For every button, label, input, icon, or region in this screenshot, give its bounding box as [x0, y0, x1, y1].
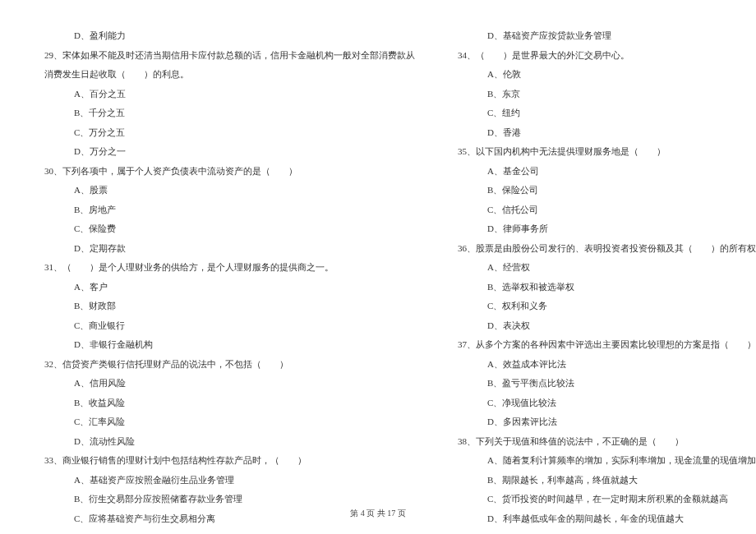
q37-option-a: A、效益成本评比法: [448, 355, 756, 375]
q33-option-d: D、基础资产应按贷款业务管理: [448, 26, 756, 46]
q28-option-d: D、盈利能力: [35, 26, 415, 46]
q37-option-c: C、净现值比较法: [448, 394, 756, 413]
q37-option-b: B、盈亏平衡点比较法: [448, 374, 756, 394]
q37-option-d: D、多因素评比法: [448, 412, 756, 432]
q34-stem: 34、（ ）是世界最大的外汇交易中心。: [448, 46, 756, 66]
q29-option-b: B、千分之五: [35, 104, 415, 123]
q35-option-b: B、保险公司: [448, 181, 756, 200]
q36-option-a: A、经营权: [448, 258, 756, 278]
two-column-layout: D、盈利能力 29、宋体如果不能及时还清当期信用卡应付款总额的话，信用卡金融机构…: [35, 26, 721, 495]
q29-stem-cont: 消费发生日起收取（ ）的利息。: [35, 65, 415, 85]
q36-stem: 36、股票是由股份公司发行的、表明投资者投资份额及其（ ）的所有权凭证。: [448, 239, 756, 259]
q35-stem: 35、以下国内机构中无法提供理财服务地是（ ）: [448, 142, 756, 162]
q32-option-a: A、信用风险: [35, 374, 415, 394]
q32-option-b: B、收益风险: [35, 394, 415, 413]
left-column: D、盈利能力 29、宋体如果不能及时还清当期信用卡应付款总额的话，信用卡金融机构…: [35, 26, 415, 495]
q32-option-c: C、汇率风险: [35, 412, 415, 432]
q34-option-b: B、东京: [448, 85, 756, 104]
q35-option-a: A、基金公司: [448, 162, 756, 182]
q38-option-a: A、随着复利计算频率的增加，实际利率增加，现金流量的现值增加: [448, 451, 756, 471]
page-footer: 第 4 页 共 17 页: [0, 508, 756, 519]
q30-stem: 30、下列各项中，属于个人资产负债表中流动资产的是（ ）: [35, 162, 415, 182]
q31-stem: 31、（ ）是个人理财业务的供给方，是个人理财服务的提供商之一。: [35, 258, 415, 278]
q32-option-d: D、流动性风险: [35, 432, 415, 452]
q30-option-d: D、定期存款: [35, 239, 415, 259]
q29-option-d: D、万分之一: [35, 142, 415, 162]
q35-option-d: D、律师事务所: [448, 219, 756, 239]
q29-option-c: C、万分之五: [35, 123, 415, 143]
q32-stem: 32、信贷资产类银行信托理财产品的说法中，不包括（ ）: [35, 355, 415, 375]
q33-stem: 33、商业银行销售的理财计划中包括结构性存款产品时，（ ）: [35, 451, 415, 471]
q33-option-b: B、衍生交易部分应按照储蓄存款业务管理: [35, 490, 415, 509]
q38-option-b: B、期限越长，利率越高，终值就越大: [448, 471, 756, 490]
q29-stem: 29、宋体如果不能及时还清当期信用卡应付款总额的话，信用卡金融机构一般对全部消费…: [35, 46, 415, 66]
q38-stem: 38、下列关于现值和终值的说法中，不正确的是（ ）: [448, 432, 756, 452]
q30-option-b: B、房地产: [35, 200, 415, 220]
q34-option-d: D、香港: [448, 123, 756, 143]
q36-option-d: D、表决权: [448, 316, 756, 336]
q29-option-a: A、百分之五: [35, 85, 415, 104]
q38-option-c: C、货币投资的时间越早，在一定时期末所积累的金额就越高: [448, 490, 756, 509]
q33-option-a: A、基础资产应按照金融衍生品业务管理: [35, 471, 415, 490]
q34-option-c: C、纽约: [448, 104, 756, 123]
right-column: D、基础资产应按贷款业务管理 34、（ ）是世界最大的外汇交易中心。 A、伦敦 …: [448, 26, 756, 495]
q31-option-a: A、客户: [35, 278, 415, 297]
q31-option-b: B、财政部: [35, 297, 415, 316]
q30-option-c: C、保险费: [35, 219, 415, 239]
q34-option-a: A、伦敦: [448, 65, 756, 85]
q36-option-c: C、权利和义务: [448, 297, 756, 316]
q37-stem: 37、从多个方案的各种因素中评选出主要因素比较理想的方案是指（ ）: [448, 335, 756, 355]
q31-option-d: D、非银行金融机构: [35, 335, 415, 355]
q31-option-c: C、商业银行: [35, 316, 415, 336]
q35-option-c: C、信托公司: [448, 200, 756, 220]
q30-option-a: A、股票: [35, 181, 415, 200]
q36-option-b: B、选举权和被选举权: [448, 278, 756, 297]
